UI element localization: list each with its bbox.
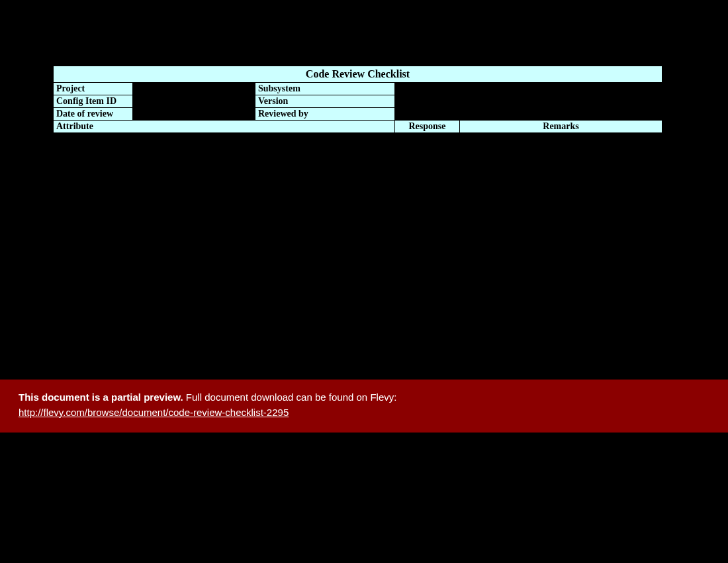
header-response: Response	[395, 121, 460, 133]
header-remarks: Remarks	[460, 121, 662, 133]
label-date-of-review: Date of review	[54, 108, 133, 121]
preview-banner: This document is a partial preview. Full…	[0, 380, 728, 433]
label-config-item-id: Config Item ID	[54, 95, 133, 108]
title-cell: Code Review Checklist	[54, 66, 662, 83]
banner-link[interactable]: http://flevy.com/browse/document/code-re…	[19, 407, 289, 418]
value-version	[395, 95, 662, 108]
value-date-of-review	[133, 108, 255, 121]
checklist-sheet: Code Review Checklist Project Subsystem …	[53, 66, 662, 133]
value-project	[133, 83, 255, 95]
label-reviewed-by: Reviewed by	[255, 108, 395, 121]
label-project: Project	[54, 83, 133, 95]
banner-rest: Full document download can be found on F…	[183, 391, 397, 403]
banner-bold: This document is a partial preview.	[19, 391, 183, 403]
value-reviewed-by	[395, 108, 662, 121]
checklist-table: Code Review Checklist Project Subsystem …	[53, 66, 662, 133]
label-subsystem: Subsystem	[255, 83, 395, 95]
label-version: Version	[255, 95, 395, 108]
value-subsystem	[395, 83, 662, 95]
header-attribute: Attribute	[54, 121, 395, 133]
value-config-item-id	[133, 95, 255, 108]
